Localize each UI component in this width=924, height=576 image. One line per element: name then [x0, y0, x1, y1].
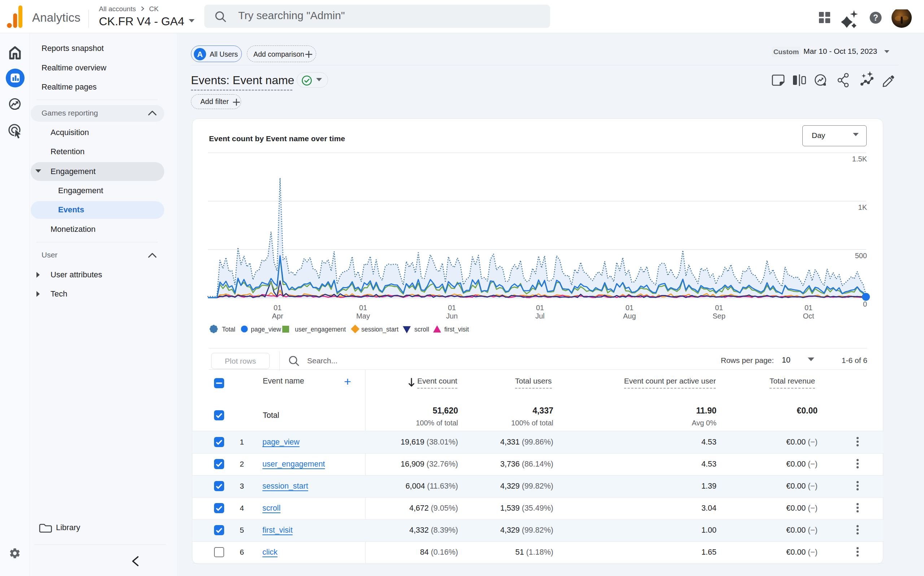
svg-text:?: ?: [873, 13, 878, 22]
